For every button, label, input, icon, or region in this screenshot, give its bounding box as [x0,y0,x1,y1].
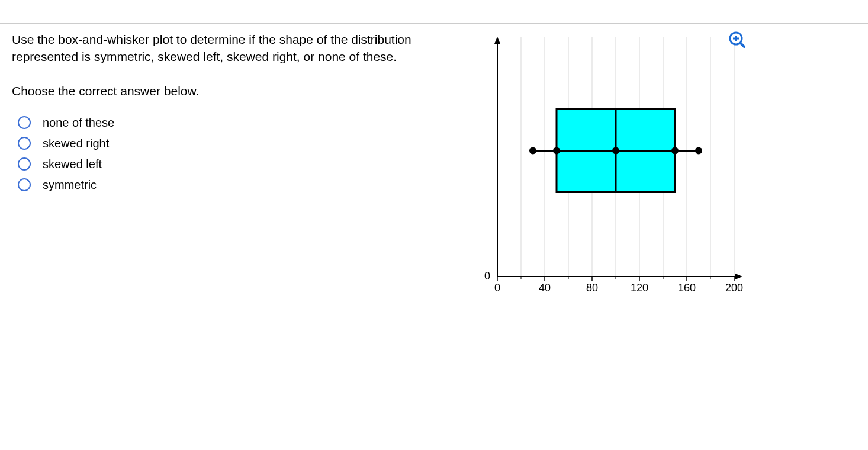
svg-point-45 [695,147,702,155]
svg-text:80: 80 [586,282,598,294]
option-skewed-right[interactable]: skewed right [18,137,438,150]
question-panel: Use the box-and-whisker plot to determin… [0,31,450,327]
svg-line-3 [740,43,744,47]
option-symmetric[interactable]: symmetric [18,178,438,192]
question-text: Use the box-and-whisker plot to determin… [12,31,438,75]
boxplot-chart: 040801201602000 [468,31,746,327]
option-label: skewed left [43,158,102,171]
content-area: Use the box-and-whisker plot to determin… [0,24,868,327]
zoom-in-icon [728,31,746,49]
chart-panel: 040801201602000 [450,31,746,327]
option-label: none of these [43,116,114,130]
option-none-of-these[interactable]: none of these [18,116,438,130]
svg-text:160: 160 [678,282,696,294]
radio-button[interactable] [18,116,31,129]
radio-button[interactable] [18,178,31,191]
svg-point-43 [612,147,619,155]
svg-point-42 [553,147,560,155]
svg-text:40: 40 [539,282,551,294]
radio-button[interactable] [18,137,31,150]
option-skewed-left[interactable]: skewed left [18,158,438,171]
option-label: symmetric [43,178,97,192]
svg-text:120: 120 [631,282,648,294]
svg-text:200: 200 [725,282,743,294]
instruction-text: Choose the correct answer below. [12,75,438,116]
svg-marker-15 [494,37,500,44]
radio-button[interactable] [18,158,31,171]
answer-options: none of these skewed right skewed left s… [12,116,438,192]
svg-point-44 [671,147,679,155]
svg-text:0: 0 [484,270,490,282]
svg-marker-17 [735,274,742,279]
zoom-in-button[interactable] [728,31,746,49]
boxplot-svg: 040801201602000 [468,31,746,315]
svg-text:0: 0 [494,282,500,294]
svg-point-41 [529,147,536,155]
option-label: skewed right [43,137,109,150]
quiz-question-container: Use the box-and-whisker plot to determin… [0,0,868,450]
top-divider [0,0,868,24]
